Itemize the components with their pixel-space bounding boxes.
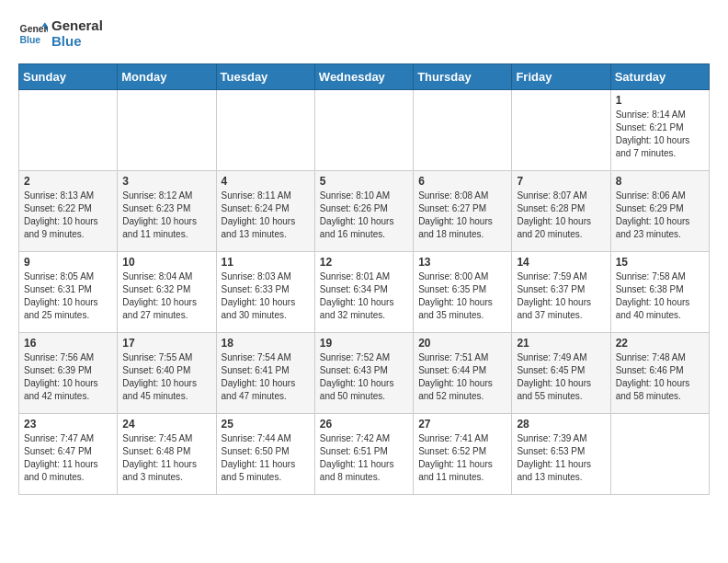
day-info: Sunrise: 8:14 AM Sunset: 6:21 PM Dayligh… xyxy=(616,109,704,160)
day-info: Sunrise: 7:52 AM Sunset: 6:43 PM Dayligh… xyxy=(320,351,408,403)
day-number: 15 xyxy=(616,256,704,269)
day-number: 6 xyxy=(418,175,506,188)
calendar-cell: 23Sunrise: 7:47 AM Sunset: 6:47 PM Dayli… xyxy=(19,414,118,495)
day-info: Sunrise: 7:59 AM Sunset: 6:37 PM Dayligh… xyxy=(517,270,605,322)
day-info: Sunrise: 7:54 AM Sunset: 6:41 PM Dayligh… xyxy=(222,351,310,403)
calendar-cell: 2Sunrise: 8:13 AM Sunset: 6:22 PM Daylig… xyxy=(19,171,118,252)
day-number: 7 xyxy=(517,175,605,188)
weekday-header-wednesday: Wednesday xyxy=(314,64,413,90)
calendar-week-row: 16Sunrise: 7:56 AM Sunset: 6:39 PM Dayli… xyxy=(19,333,710,414)
calendar-cell xyxy=(19,90,118,171)
day-number: 19 xyxy=(320,337,408,350)
day-info: Sunrise: 7:39 AM Sunset: 6:53 PM Dayligh… xyxy=(517,432,605,484)
day-info: Sunrise: 8:00 AM Sunset: 6:35 PM Dayligh… xyxy=(418,270,506,322)
day-number: 13 xyxy=(418,256,506,269)
day-info: Sunrise: 8:01 AM Sunset: 6:34 PM Dayligh… xyxy=(320,270,408,322)
day-number: 9 xyxy=(24,256,112,269)
calendar-cell: 24Sunrise: 7:45 AM Sunset: 6:48 PM Dayli… xyxy=(118,414,216,495)
day-number: 11 xyxy=(222,256,310,269)
weekday-header-saturday: Saturday xyxy=(610,64,709,90)
calendar-cell: 12Sunrise: 8:01 AM Sunset: 6:34 PM Dayli… xyxy=(314,252,413,333)
day-number: 22 xyxy=(616,337,704,350)
logo: General Blue General Blue xyxy=(18,18,103,49)
calendar-cell: 18Sunrise: 7:54 AM Sunset: 6:41 PM Dayli… xyxy=(216,333,314,414)
day-number: 18 xyxy=(222,337,310,350)
weekday-header-sunday: Sunday xyxy=(19,64,118,90)
calendar-cell: 19Sunrise: 7:52 AM Sunset: 6:43 PM Dayli… xyxy=(314,333,413,414)
day-number: 20 xyxy=(418,337,506,350)
day-info: Sunrise: 7:47 AM Sunset: 6:47 PM Dayligh… xyxy=(24,432,112,484)
day-info: Sunrise: 8:04 AM Sunset: 6:32 PM Dayligh… xyxy=(122,270,210,322)
day-info: Sunrise: 7:56 AM Sunset: 6:39 PM Dayligh… xyxy=(24,351,112,403)
calendar-cell: 17Sunrise: 7:55 AM Sunset: 6:40 PM Dayli… xyxy=(118,333,216,414)
day-number: 5 xyxy=(320,175,408,188)
calendar-cell xyxy=(610,414,709,495)
day-info: Sunrise: 8:05 AM Sunset: 6:31 PM Dayligh… xyxy=(24,270,112,322)
day-info: Sunrise: 8:12 AM Sunset: 6:23 PM Dayligh… xyxy=(122,190,210,241)
day-info: Sunrise: 7:41 AM Sunset: 6:52 PM Dayligh… xyxy=(418,432,506,484)
day-number: 23 xyxy=(24,418,112,431)
day-number: 27 xyxy=(418,418,506,431)
weekday-header-monday: Monday xyxy=(118,64,216,90)
day-number: 1 xyxy=(616,94,704,107)
day-number: 3 xyxy=(122,175,210,188)
day-info: Sunrise: 7:44 AM Sunset: 6:50 PM Dayligh… xyxy=(222,432,310,484)
day-number: 21 xyxy=(517,337,605,350)
weekday-header-friday: Friday xyxy=(512,64,610,90)
logo-icon: General Blue xyxy=(18,19,48,49)
day-info: Sunrise: 8:10 AM Sunset: 6:26 PM Dayligh… xyxy=(320,190,408,241)
calendar-cell: 14Sunrise: 7:59 AM Sunset: 6:37 PM Dayli… xyxy=(512,252,610,333)
day-number: 4 xyxy=(222,175,310,188)
calendar-week-row: 1Sunrise: 8:14 AM Sunset: 6:21 PM Daylig… xyxy=(19,90,710,171)
calendar-cell: 22Sunrise: 7:48 AM Sunset: 6:46 PM Dayli… xyxy=(610,333,709,414)
day-info: Sunrise: 8:03 AM Sunset: 6:33 PM Dayligh… xyxy=(222,270,310,322)
calendar-cell: 8Sunrise: 8:06 AM Sunset: 6:29 PM Daylig… xyxy=(610,171,709,252)
weekday-header-thursday: Thursday xyxy=(414,64,512,90)
calendar-table: SundayMondayTuesdayWednesdayThursdayFrid… xyxy=(18,63,710,495)
day-info: Sunrise: 8:08 AM Sunset: 6:27 PM Dayligh… xyxy=(418,190,506,241)
calendar-cell xyxy=(512,90,610,171)
calendar-cell: 1Sunrise: 8:14 AM Sunset: 6:21 PM Daylig… xyxy=(610,90,709,171)
calendar-cell: 16Sunrise: 7:56 AM Sunset: 6:39 PM Dayli… xyxy=(19,333,118,414)
day-number: 17 xyxy=(122,337,210,350)
calendar-cell: 15Sunrise: 7:58 AM Sunset: 6:38 PM Dayli… xyxy=(610,252,709,333)
day-info: Sunrise: 7:55 AM Sunset: 6:40 PM Dayligh… xyxy=(122,351,210,403)
calendar-cell xyxy=(414,90,512,171)
calendar-cell: 13Sunrise: 8:00 AM Sunset: 6:35 PM Dayli… xyxy=(414,252,512,333)
day-number: 10 xyxy=(122,256,210,269)
calendar-cell: 25Sunrise: 7:44 AM Sunset: 6:50 PM Dayli… xyxy=(216,414,314,495)
calendar-cell: 10Sunrise: 8:04 AM Sunset: 6:32 PM Dayli… xyxy=(118,252,216,333)
calendar-cell: 6Sunrise: 8:08 AM Sunset: 6:27 PM Daylig… xyxy=(414,171,512,252)
calendar-cell: 21Sunrise: 7:49 AM Sunset: 6:45 PM Dayli… xyxy=(512,333,610,414)
day-number: 2 xyxy=(24,175,112,188)
day-info: Sunrise: 7:45 AM Sunset: 6:48 PM Dayligh… xyxy=(122,432,210,484)
day-info: Sunrise: 7:49 AM Sunset: 6:45 PM Dayligh… xyxy=(517,351,605,403)
calendar-cell xyxy=(216,90,314,171)
calendar-cell: 4Sunrise: 8:11 AM Sunset: 6:24 PM Daylig… xyxy=(216,171,314,252)
day-number: 28 xyxy=(517,418,605,431)
day-info: Sunrise: 7:42 AM Sunset: 6:51 PM Dayligh… xyxy=(320,432,408,484)
calendar-week-row: 23Sunrise: 7:47 AM Sunset: 6:47 PM Dayli… xyxy=(19,414,710,495)
calendar-cell: 9Sunrise: 8:05 AM Sunset: 6:31 PM Daylig… xyxy=(19,252,118,333)
calendar-cell: 26Sunrise: 7:42 AM Sunset: 6:51 PM Dayli… xyxy=(314,414,413,495)
day-info: Sunrise: 8:07 AM Sunset: 6:28 PM Dayligh… xyxy=(517,190,605,241)
day-number: 14 xyxy=(517,256,605,269)
calendar-week-row: 9Sunrise: 8:05 AM Sunset: 6:31 PM Daylig… xyxy=(19,252,710,333)
day-info: Sunrise: 7:51 AM Sunset: 6:44 PM Dayligh… xyxy=(418,351,506,403)
weekday-header-row: SundayMondayTuesdayWednesdayThursdayFrid… xyxy=(19,64,710,90)
calendar-cell: 28Sunrise: 7:39 AM Sunset: 6:53 PM Dayli… xyxy=(512,414,610,495)
day-info: Sunrise: 8:13 AM Sunset: 6:22 PM Dayligh… xyxy=(24,190,112,241)
page-header: General Blue General Blue xyxy=(18,18,710,49)
day-number: 25 xyxy=(222,418,310,431)
logo-wordmark: General Blue xyxy=(51,18,103,49)
calendar-cell: 5Sunrise: 8:10 AM Sunset: 6:26 PM Daylig… xyxy=(314,171,413,252)
day-number: 16 xyxy=(24,337,112,350)
day-number: 12 xyxy=(320,256,408,269)
day-info: Sunrise: 8:06 AM Sunset: 6:29 PM Dayligh… xyxy=(616,190,704,241)
weekday-header-tuesday: Tuesday xyxy=(216,64,314,90)
day-info: Sunrise: 7:48 AM Sunset: 6:46 PM Dayligh… xyxy=(616,351,704,403)
calendar-cell: 27Sunrise: 7:41 AM Sunset: 6:52 PM Dayli… xyxy=(414,414,512,495)
day-number: 26 xyxy=(320,418,408,431)
calendar-cell: 11Sunrise: 8:03 AM Sunset: 6:33 PM Dayli… xyxy=(216,252,314,333)
calendar-cell: 7Sunrise: 8:07 AM Sunset: 6:28 PM Daylig… xyxy=(512,171,610,252)
